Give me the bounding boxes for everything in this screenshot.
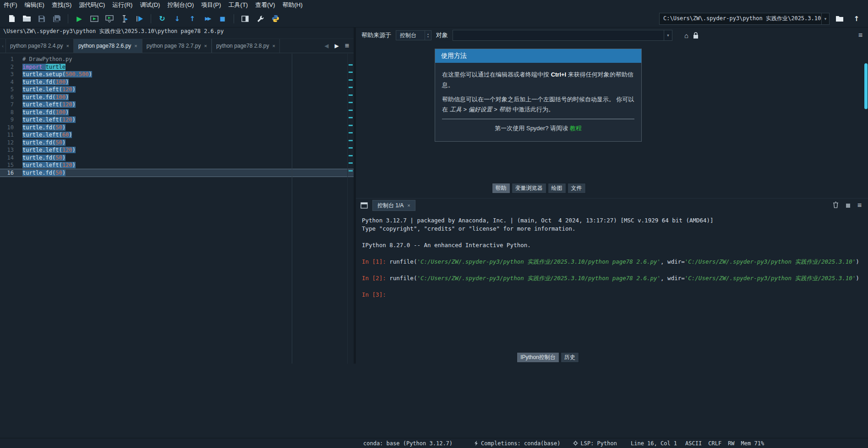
run-to-line-button[interactable] <box>133 12 147 25</box>
menu-item[interactable]: 运行(R) <box>109 0 136 10</box>
help-object-combobox[interactable]: ▾ <box>453 30 672 41</box>
help-pane-tab[interactable]: 文件 <box>568 183 586 194</box>
line-number[interactable]: 6 <box>0 94 20 101</box>
menu-item[interactable]: 源代码(C) <box>75 0 109 10</box>
run-cell-button[interactable] <box>87 12 101 25</box>
scrollbar-thumb[interactable] <box>864 63 868 109</box>
save-button[interactable] <box>35 12 49 25</box>
spinner-arrows-icon[interactable]: ▲▼ <box>425 31 431 40</box>
help-pane-tab[interactable]: 帮助 <box>492 183 510 194</box>
occurrence-flag <box>349 64 353 66</box>
line-number[interactable]: 7 <box>0 101 20 109</box>
run-cell-and-advance-button[interactable] <box>103 12 116 25</box>
line-number[interactable]: 13 <box>0 146 20 154</box>
browse-tabs-icon[interactable] <box>360 202 368 209</box>
eol-status: CRLF <box>708 440 721 447</box>
status-bar: conda: base (Python 3.12.7) Completions:… <box>0 438 868 448</box>
line-number[interactable]: 9 <box>0 116 20 124</box>
code-text: turtle.left(60) <box>22 132 72 138</box>
line-number[interactable]: 8 <box>0 109 20 116</box>
browse-directory-button[interactable] <box>833 12 846 25</box>
line-number[interactable]: 12 <box>0 139 20 147</box>
console-pane: 控制台 1/A × ≡ Python 3.12.7 | packaged by … <box>356 198 868 364</box>
debug-continue-button[interactable]: ▶▶ <box>201 12 214 25</box>
menu-item[interactable]: 帮助(H) <box>279 0 306 10</box>
menu-item[interactable]: 件(F) <box>0 0 21 10</box>
occurrence-flag <box>349 140 353 141</box>
console-banner-line: Python 3.12.7 | packaged by Anaconda, In… <box>362 216 862 225</box>
help-source-combobox[interactable]: 控制台 ▲▼ <box>396 30 431 40</box>
editor-tab[interactable]: python page78 2.6.py× <box>74 39 142 53</box>
chevron-down-icon[interactable]: ▾ <box>664 30 672 40</box>
line-number[interactable]: 11 <box>0 131 20 139</box>
console-options-menu-icon[interactable]: ≡ <box>857 201 862 210</box>
tools-button[interactable] <box>253 12 267 25</box>
chevron-down-icon[interactable]: ▾ <box>821 13 829 24</box>
editor-options-menu-icon[interactable]: ≡ <box>345 42 349 50</box>
run-selection-button[interactable] <box>118 12 131 25</box>
help-options-menu-icon[interactable]: ≡ <box>858 31 863 39</box>
menu-item[interactable]: 查看(V) <box>251 0 278 10</box>
line-number[interactable]: 10 <box>0 124 20 132</box>
line-number[interactable]: 1 <box>0 55 20 63</box>
menu-item[interactable]: 项目(P) <box>197 0 224 10</box>
previous-tab-icon[interactable]: ◀ <box>324 43 328 49</box>
line-number[interactable]: 14 <box>0 154 20 162</box>
conda-env-status[interactable]: conda: base (Python 3.12.7) <box>363 440 453 447</box>
line-number[interactable]: 4 <box>0 78 20 86</box>
divider <box>442 119 634 119</box>
console-tab[interactable]: 控制台 1/A × <box>372 200 415 211</box>
console-pane-tab[interactable]: 历史 <box>561 352 579 363</box>
line-number[interactable]: 3 <box>0 71 20 78</box>
lsp-status[interactable]: LSP: Python <box>573 440 617 447</box>
menu-item[interactable]: 查找(S) <box>48 0 75 10</box>
close-icon[interactable]: × <box>407 203 410 208</box>
menu-item[interactable]: 调试(D) <box>136 0 164 10</box>
editor-tab[interactable]: python page78 2.8.py× <box>212 39 280 53</box>
debug-next-line-button[interactable]: ↓ <box>170 12 184 25</box>
text-run: 中激活此行为。 <box>511 106 554 113</box>
help-source-label: 帮助来源于 <box>361 31 391 39</box>
python-path-manager-button[interactable] <box>268 12 282 25</box>
console-pane-tab[interactable]: IPython控制台 <box>517 352 559 363</box>
help-usage-card: 使用方法 在这里你可以通过在编辑器或者终端中按 Ctrl+I 来获得任何对象的帮… <box>435 49 642 142</box>
rerun-last-script-button[interactable]: ↻ <box>155 12 169 25</box>
help-object-input[interactable] <box>453 30 664 40</box>
editor-tab-label: python page78 2.8.py <box>216 43 269 49</box>
menu-item[interactable]: 工具(T) <box>225 0 252 10</box>
debug-step-return-button[interactable]: ↑ <box>186 12 199 25</box>
console-output[interactable]: Python 3.12.7 | packaged by Anaconda, In… <box>356 213 868 353</box>
help-pane-tab[interactable]: 变量浏览器 <box>512 183 546 194</box>
stop-icon: ■ <box>220 15 225 22</box>
line-number[interactable]: 2 <box>0 63 20 71</box>
next-tab-icon[interactable]: ▶ <box>334 43 338 49</box>
tab-close-icon[interactable]: × <box>272 43 275 49</box>
help-pane-tab[interactable]: 绘图 <box>548 183 566 194</box>
completions-status[interactable]: Completions: conda(base) <box>475 440 560 447</box>
occurrence-flag <box>349 162 353 164</box>
line-number[interactable]: 5 <box>0 86 20 94</box>
interrupt-kernel-icon[interactable] <box>846 204 850 208</box>
code-editor[interactable]: 12345678910111213141516 # DrawPython.pyi… <box>0 54 354 364</box>
working-directory-combobox[interactable]: C:\Users\ZW\.spyder-py3\python 实践作业\2025… <box>659 13 830 25</box>
stop-button[interactable]: ■ <box>216 12 229 25</box>
tutorial-link[interactable]: 教程 <box>570 125 582 132</box>
tab-close-icon[interactable]: × <box>204 43 207 49</box>
run-file-button[interactable]: ▶ <box>72 12 86 25</box>
tab-close-icon[interactable]: × <box>66 43 69 49</box>
lock-icon[interactable] <box>693 32 699 39</box>
new-file-button[interactable] <box>5 12 18 25</box>
menu-item[interactable]: 编辑(E) <box>21 0 48 10</box>
editor-tab[interactable]: python page 78 2.7.py× <box>142 39 212 53</box>
tab-close-icon[interactable]: × <box>134 43 137 49</box>
trash-icon[interactable] <box>833 201 839 210</box>
open-file-button[interactable] <box>20 12 33 25</box>
save-all-button[interactable] <box>50 12 64 25</box>
home-icon[interactable]: ⌂ <box>684 32 688 39</box>
maximize-pane-button[interactable] <box>238 12 252 25</box>
editor-tab[interactable]: python page78 2.4.py× <box>5 39 74 53</box>
parent-directory-button[interactable]: ↑ <box>850 12 863 25</box>
line-number[interactable]: 15 <box>0 161 20 169</box>
editor-gutter[interactable]: 12345678910111213141516 <box>0 55 20 177</box>
menu-item[interactable]: 控制台(O) <box>164 0 197 10</box>
